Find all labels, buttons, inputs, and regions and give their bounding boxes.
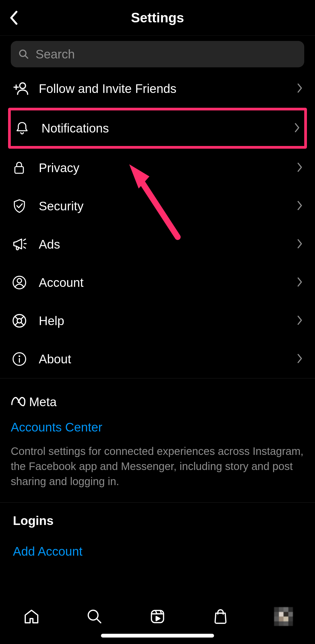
menu-label: Notifications (41, 121, 294, 135)
chevron-right-icon (297, 239, 303, 250)
search-container (0, 36, 315, 69)
info-icon (12, 351, 30, 367)
page-title: Settings (0, 10, 315, 26)
menu-label: About (39, 352, 297, 366)
svg-line-13 (15, 316, 18, 319)
chevron-right-icon (297, 200, 303, 212)
chevron-right-icon (297, 315, 303, 326)
logins-section: Logins Add Account (0, 503, 315, 569)
home-icon (23, 608, 40, 625)
chevron-right-icon (297, 353, 303, 365)
search-icon (18, 49, 29, 60)
menu-label: Account (39, 275, 297, 290)
menu-item-account[interactable]: Account (0, 263, 315, 302)
svg-point-2 (20, 83, 25, 89)
header: Settings (0, 0, 315, 36)
svg-line-23 (97, 619, 101, 623)
chevron-right-icon (297, 83, 303, 94)
menu-label: Help (39, 314, 297, 328)
profile-avatar (274, 607, 293, 626)
svg-line-14 (21, 316, 24, 319)
home-indicator[interactable] (101, 634, 214, 638)
svg-point-18 (19, 356, 20, 356)
chevron-right-icon (294, 123, 300, 134)
menu-item-notifications[interactable]: Notifications (8, 108, 307, 149)
menu-label: Follow and Invite Friends (39, 81, 297, 96)
nav-reels[interactable] (148, 607, 167, 626)
search-icon (86, 608, 103, 625)
meta-brand-text: Meta (29, 395, 57, 409)
chevron-right-icon (297, 277, 303, 288)
search-input[interactable] (36, 47, 297, 61)
chevron-right-icon (297, 162, 303, 173)
chevron-left-icon (9, 10, 18, 25)
svg-line-16 (21, 322, 24, 325)
svg-line-6 (24, 239, 26, 241)
help-icon (12, 313, 30, 328)
svg-line-15 (15, 322, 18, 325)
menu-item-follow-invite[interactable]: Follow and Invite Friends (0, 69, 315, 108)
accounts-center-link[interactable]: Accounts Center (11, 420, 304, 434)
menu-item-ads[interactable]: Ads (0, 225, 315, 263)
svg-point-10 (17, 279, 22, 283)
back-button[interactable] (5, 10, 22, 26)
meta-description: Control settings for connected experienc… (11, 444, 304, 489)
menu-label: Privacy (39, 161, 297, 175)
menu-item-privacy[interactable]: Privacy (0, 149, 315, 187)
menu-label: Ads (39, 237, 297, 252)
svg-marker-28 (156, 617, 160, 621)
menu-item-about[interactable]: About (0, 340, 315, 378)
settings-menu: Follow and Invite Friends Notifications … (0, 69, 315, 378)
menu-item-help[interactable]: Help (0, 302, 315, 340)
nav-search[interactable] (85, 607, 104, 626)
menu-label: Security (39, 199, 297, 213)
svg-rect-5 (15, 167, 23, 173)
nav-home[interactable] (22, 607, 41, 626)
meta-brand: Meta (11, 395, 304, 409)
meta-logo-icon (11, 396, 26, 408)
shop-icon (212, 608, 229, 625)
svg-line-1 (25, 55, 28, 58)
svg-rect-24 (152, 611, 164, 623)
meta-section: Meta Accounts Center Control settings fo… (0, 378, 315, 503)
lock-icon (12, 161, 30, 175)
svg-line-8 (24, 247, 26, 248)
reels-icon (149, 608, 166, 625)
nav-shop[interactable] (211, 607, 230, 626)
add-friend-icon (12, 80, 30, 97)
bell-icon (15, 121, 33, 136)
add-account-link[interactable]: Add Account (13, 544, 302, 559)
shield-icon (12, 199, 30, 214)
search-bar[interactable] (11, 41, 304, 67)
megaphone-icon (12, 236, 30, 252)
menu-item-security[interactable]: Security (0, 187, 315, 225)
bottom-nav (0, 601, 315, 644)
logins-title: Logins (13, 513, 302, 528)
account-icon (12, 275, 30, 290)
nav-profile[interactable] (274, 607, 293, 626)
